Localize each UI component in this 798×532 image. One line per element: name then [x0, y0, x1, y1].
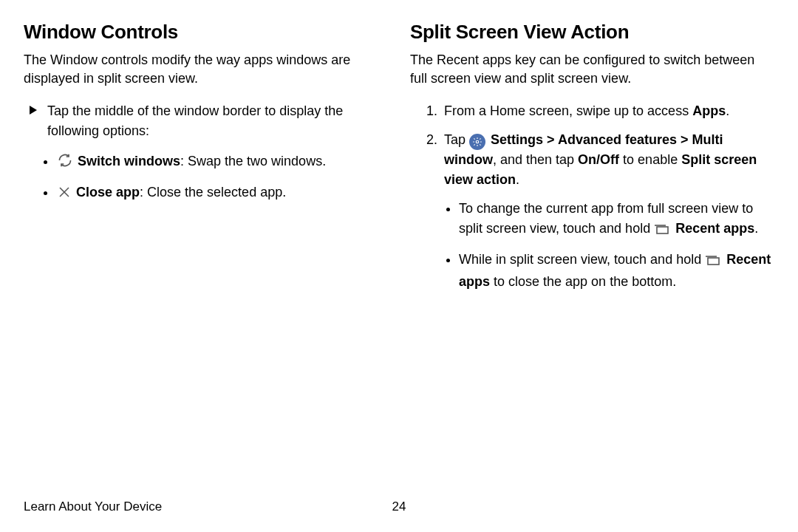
svg-marker-0 — [30, 106, 37, 115]
switch-windows-option: Switch windows: Swap the two windows. — [56, 151, 388, 174]
step-2: Tap Settings > Advanced features > Multi… — [441, 130, 774, 292]
sub-step-2: While in split screen view, touch and ho… — [459, 250, 774, 292]
close-app-desc: : Close the selected app. — [140, 185, 286, 200]
heading-split-screen: Split Screen View Action — [410, 21, 774, 44]
left-column: Window Controls The Window controls modi… — [24, 21, 388, 301]
switch-windows-label: Switch windows — [78, 154, 180, 168]
step2-enable: to enable — [619, 152, 681, 167]
sub-steps: To change the current app from full scre… — [444, 199, 774, 292]
step2-mid: , and then tap — [493, 152, 578, 167]
sub-step-1: To change the current app from full scre… — [459, 199, 774, 241]
steps-list: From a Home screen, swipe up to access A… — [410, 101, 774, 292]
sub2-suffix: to close the app on the bottom. — [490, 274, 676, 289]
step2-chev1: > — [543, 132, 558, 147]
step1-suffix: . — [726, 103, 729, 118]
recent-apps-icon — [654, 221, 670, 241]
sub1-recent: Recent apps — [675, 221, 754, 236]
step2-settings: Settings — [491, 132, 543, 147]
step1-prefix: From a Home screen, swipe up to access — [444, 103, 692, 118]
play-arrow-icon — [28, 101, 38, 121]
intro-window-controls: The Window controls modify the way apps … — [24, 51, 388, 88]
footer-section-label: Learn About Your Device — [24, 499, 162, 514]
close-app-option: Close app: Close the selected app. — [56, 183, 388, 205]
page-footer: Learn About Your Device 24 — [24, 499, 774, 514]
close-icon — [58, 185, 71, 205]
settings-gear-icon — [469, 134, 485, 150]
step2-chev2: > — [677, 132, 692, 147]
svg-rect-5 — [708, 258, 719, 265]
svg-rect-4 — [657, 227, 668, 233]
intro-split-screen: The Recent apps key can be configured to… — [410, 51, 774, 88]
heading-window-controls: Window Controls — [24, 21, 388, 44]
step2-onoff: On/Off — [578, 152, 619, 167]
switch-windows-desc: : Swap the two windows. — [180, 154, 326, 168]
close-app-label: Close app — [76, 185, 140, 200]
step1-apps: Apps — [692, 103, 726, 118]
step2-advanced: Advanced features — [558, 132, 677, 147]
footer-page-number: 24 — [392, 499, 406, 514]
arrow-instruction: Tap the middle of the window border to d… — [28, 101, 388, 141]
svg-point-3 — [476, 141, 479, 144]
switch-windows-icon — [58, 153, 72, 174]
recent-apps-icon — [705, 252, 721, 272]
sub2-prefix: While in split screen view, touch and ho… — [459, 252, 705, 267]
step2-tap: Tap — [444, 132, 469, 147]
sub1-suffix: . — [754, 221, 758, 236]
content-columns: Window Controls The Window controls modi… — [24, 21, 774, 301]
step2-end: . — [516, 172, 519, 187]
right-column: Split Screen View Action The Recent apps… — [410, 21, 774, 301]
arrow-text: Tap the middle of the window border to d… — [47, 101, 388, 141]
step-1: From a Home screen, swipe up to access A… — [441, 101, 774, 121]
options-list: Switch windows: Swap the two windows. Cl… — [24, 151, 388, 205]
